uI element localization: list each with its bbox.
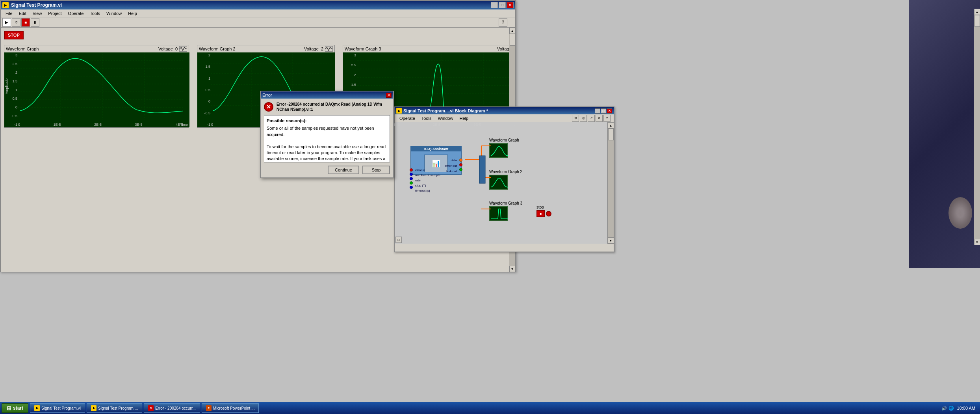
block-diagram-window: ▶ Signal Test Program....vi Block Diagra… bbox=[394, 106, 614, 252]
graph1-canvas: 32.521.510.50-0.5-1 Amplitude bbox=[4, 52, 189, 127]
bd-menu-help[interactable]: Help bbox=[457, 115, 472, 121]
error-dialog: Error ✕ ✕ Error -200284 occurred at DAQm… bbox=[260, 91, 394, 178]
graph1-header: Waveform Graph Voltage_0 bbox=[4, 45, 189, 52]
block-diagram-title-bar: ▶ Signal Test Program....vi Block Diagra… bbox=[395, 107, 614, 114]
error-body[interactable]: Possible reason(s): Some or all of the s… bbox=[264, 115, 390, 162]
bd-tool2[interactable]: ◎ bbox=[580, 115, 587, 122]
run-arrow-button[interactable]: ▶ bbox=[2, 18, 11, 27]
bd-tool3[interactable]: ↗ bbox=[588, 115, 595, 122]
stop-button[interactable]: STOP bbox=[4, 31, 24, 39]
bd-scroll-thumb[interactable] bbox=[608, 129, 614, 140]
close-button[interactable]: ✕ bbox=[507, 2, 514, 8]
bd-graph2-thumbnail[interactable] bbox=[489, 175, 508, 190]
menu-edit[interactable]: Edit bbox=[16, 10, 30, 17]
daq-timeout-port bbox=[410, 186, 413, 189]
taskbar-icon-2: ✕ bbox=[148, 405, 154, 411]
menu-view[interactable]: View bbox=[30, 10, 45, 17]
bd-menu-operate[interactable]: Operate bbox=[396, 115, 418, 121]
right-scroll-up[interactable]: ▲ bbox=[974, 9, 980, 15]
taskbar-item-1[interactable]: ▶ Signal Test Program.... bbox=[87, 403, 142, 413]
bd-graph3-thumbnail[interactable] bbox=[489, 206, 508, 221]
pause-button[interactable]: ⏸ bbox=[31, 18, 39, 27]
window-controls: _ □ ✕ bbox=[491, 2, 514, 8]
daq-task-out-port bbox=[459, 168, 462, 171]
svg-rect-32 bbox=[479, 156, 485, 183]
scroll-thumb[interactable] bbox=[510, 34, 515, 46]
stop-dialog-button[interactable]: Stop bbox=[362, 166, 390, 174]
menu-project[interactable]: Project bbox=[45, 10, 65, 17]
scroll-up-arrow[interactable]: ▲ bbox=[509, 28, 516, 34]
graph2-voltage-label: Voltage_2 bbox=[304, 47, 323, 51]
taskbar: ⊞ start ▶ Signal Test Program.vi ▶ Signa… bbox=[0, 402, 980, 414]
bd-scroll-track bbox=[608, 129, 614, 237]
start-button-label: start bbox=[13, 405, 23, 411]
daq-error-out-port bbox=[459, 163, 462, 166]
bd-tool4[interactable]: ⊕ bbox=[596, 115, 603, 122]
bd-graph1-thumbnail[interactable] bbox=[489, 143, 508, 158]
graph2-voltage: Voltage_2 bbox=[304, 46, 333, 52]
start-button[interactable]: ⊞ start bbox=[2, 403, 28, 413]
bd-scroll-up[interactable]: ▲ bbox=[608, 122, 614, 129]
menu-tools[interactable]: Tools bbox=[87, 10, 103, 17]
right-scrollbar[interactable]: ▲ ▼ bbox=[974, 9, 980, 245]
taskbar-item-0[interactable]: ▶ Signal Test Program.vi bbox=[30, 403, 85, 413]
bd-menu-tools[interactable]: Tools bbox=[418, 115, 435, 121]
graph2-wave-icon bbox=[325, 46, 333, 52]
taskbar-label-3: Microsoft PowerPoint ... bbox=[213, 406, 255, 410]
menu-help[interactable]: Help bbox=[125, 10, 140, 17]
desktop-orb bbox=[948, 197, 972, 229]
graph1-x-axis: 01E-52E-53E-54E-5 bbox=[18, 123, 183, 127]
main-title-bar: ▶ Signal Test Program.vi _ □ ✕ bbox=[1, 1, 515, 9]
error-reason-text: Some or all of the samples requested hav… bbox=[267, 125, 387, 162]
bd-tool1[interactable]: ⚙ bbox=[572, 115, 579, 122]
daq-nsamp-port bbox=[410, 173, 413, 176]
bd-scroll-down[interactable]: ▼ bbox=[608, 237, 614, 244]
block-diagram-controls: _ □ ✕ bbox=[595, 108, 612, 114]
taskbar-label-0: Signal Test Program.vi bbox=[41, 406, 81, 410]
help-context-button[interactable]: ? bbox=[499, 18, 507, 27]
bd-maximize-button[interactable]: □ bbox=[601, 108, 606, 114]
bd-close-button[interactable]: ✕ bbox=[607, 108, 612, 114]
taskbar-label-2: Error - 200284 occurr... bbox=[155, 406, 196, 410]
daq-rate-label: rate bbox=[415, 178, 440, 183]
taskbar-item-3[interactable]: P Microsoft PowerPoint ... bbox=[202, 403, 259, 413]
maximize-button[interactable]: □ bbox=[499, 2, 506, 8]
window-title: Signal Test Program.vi bbox=[11, 2, 488, 8]
daq-task-out-label: task out bbox=[445, 169, 457, 174]
bd-scrollbar[interactable]: ▲ ▼ bbox=[607, 122, 614, 244]
daq-nsamp-label: number of sample bbox=[415, 173, 440, 178]
error-dialog-close-button[interactable]: ✕ bbox=[386, 93, 392, 98]
daq-data-label: data bbox=[445, 158, 457, 163]
menu-operate[interactable]: Operate bbox=[65, 10, 87, 17]
graph1-voltage: Voltage_0 bbox=[158, 46, 187, 52]
minimize-button[interactable]: _ bbox=[491, 2, 498, 8]
system-tray-icons: 🔊 🌐 bbox=[941, 406, 954, 411]
bd-stop-area: stop ■ bbox=[536, 205, 551, 217]
toolbar: ▶ ↺ ■ ⏸ ? bbox=[1, 17, 515, 28]
taskbar-label-1: Signal Test Program.... bbox=[98, 406, 138, 410]
bd-help-btn[interactable]: ? bbox=[603, 115, 611, 122]
bd-menu-window[interactable]: Window bbox=[434, 115, 456, 121]
bd-stop-circle[interactable] bbox=[546, 211, 551, 216]
bd-stop-indicator[interactable]: ■ bbox=[536, 210, 545, 217]
menu-window[interactable]: Window bbox=[103, 10, 125, 17]
graph3-title: Waveform Graph 3 bbox=[345, 47, 381, 51]
taskbar-time: 10:00 AM bbox=[957, 406, 975, 410]
graph3-header: Waveform Graph 3 Voltage_3 bbox=[343, 45, 515, 52]
bd-graph2-label: Waveform Graph 2 bbox=[489, 170, 522, 190]
continue-button[interactable]: Continue bbox=[328, 166, 359, 174]
taskbar-item-2[interactable]: ✕ Error - 200284 occurr... bbox=[144, 403, 200, 413]
right-scroll-down[interactable]: ▼ bbox=[974, 239, 980, 245]
bd-minimize-button[interactable]: _ bbox=[595, 108, 600, 114]
right-scroll-thumb[interactable] bbox=[974, 15, 980, 27]
scroll-down-arrow[interactable]: ▼ bbox=[509, 266, 516, 272]
daq-error-out-label: error out bbox=[445, 163, 457, 169]
menu-file[interactable]: File bbox=[2, 10, 16, 17]
graph1-svg bbox=[18, 52, 183, 119]
stop-toolbar-button[interactable]: ■ bbox=[21, 18, 30, 27]
graph1-wave-icon bbox=[179, 46, 187, 52]
bd-corner-btn[interactable]: □ bbox=[395, 237, 402, 243]
bd-waveform-graph-label: Waveform Graph bbox=[489, 138, 519, 142]
daq-assistant-block[interactable]: DAQ Assistant 📊 bbox=[410, 146, 462, 175]
run-continuous-button[interactable]: ↺ bbox=[12, 18, 20, 27]
